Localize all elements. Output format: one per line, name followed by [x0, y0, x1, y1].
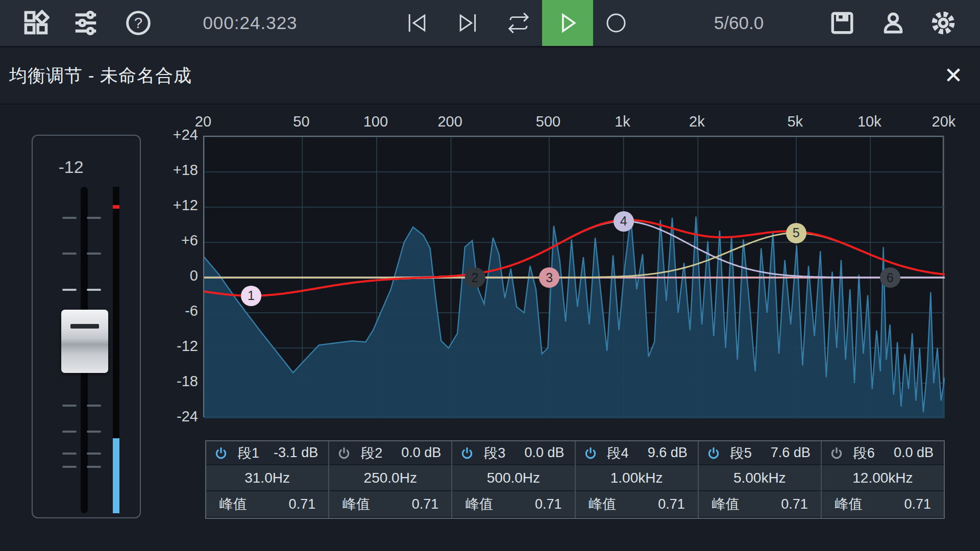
loop-icon[interactable] [503, 0, 534, 46]
db-tick-label: +12 [157, 197, 198, 214]
band-gain-value[interactable]: 0.0 dB [401, 445, 441, 461]
band-frequency-value[interactable]: 5.00kHz [699, 465, 821, 491]
band-panel-5: 段57.6 dB5.00kHz峰值0.71 [698, 441, 821, 518]
band-q-value[interactable]: 0.71 [904, 496, 931, 512]
band-q-value[interactable]: 0.71 [658, 496, 685, 512]
band-panel-2: 段20.0 dB250.0Hz峰值0.71 [328, 441, 451, 518]
band-power-icon[interactable] [707, 446, 720, 460]
band-q-value[interactable]: 0.71 [289, 496, 316, 512]
band-q-label: 峰值 [712, 495, 740, 513]
db-tick-label: 0 [157, 267, 198, 284]
band-power-icon[interactable] [830, 446, 843, 460]
skip-start-icon[interactable] [403, 0, 431, 46]
tempo-display[interactable]: 5/60.0 [694, 0, 783, 46]
fader-tick [62, 253, 77, 255]
fader-value-label: -12 [33, 157, 109, 177]
band-gain-value[interactable]: -3.1 dB [274, 445, 318, 461]
eq-band-handle-2[interactable]: 2 [465, 267, 485, 288]
band-peak-row: 峰值0.71 [452, 491, 574, 517]
band-header: 段57.6 dB [699, 441, 821, 465]
blocks-icon[interactable] [21, 0, 51, 46]
level-meter-peak [113, 205, 119, 209]
band-frequency-value[interactable]: 1.00kHz [576, 465, 698, 491]
band-name: 段4 [607, 444, 629, 462]
band-frequency-value[interactable]: 12.00kHz [822, 465, 944, 491]
close-icon[interactable]: ✕ [939, 61, 968, 89]
play-icon[interactable] [542, 0, 593, 46]
eq-plot-area[interactable]: 123456 [203, 136, 944, 417]
band-power-icon[interactable] [584, 446, 597, 460]
freq-tick-label: 500 [518, 113, 579, 130]
freq-tick-label: 50 [271, 113, 332, 130]
fader-tick [87, 466, 101, 468]
svg-text:?: ? [134, 15, 142, 31]
eq-band-handle-3[interactable]: 3 [539, 267, 559, 288]
fader-tick [62, 289, 77, 291]
band-header: 段60.0 dB [822, 441, 944, 465]
band-power-icon[interactable] [214, 446, 228, 460]
band-q-value[interactable]: 0.71 [412, 496, 439, 512]
band-gain-value[interactable]: 7.6 dB [771, 445, 811, 461]
band-q-value[interactable]: 0.71 [535, 496, 562, 512]
band-header: 段30.0 dB [452, 441, 574, 465]
band-peak-row: 峰值0.71 [822, 491, 944, 517]
band-header: 段20.0 dB [329, 441, 451, 465]
fader-tick [62, 431, 77, 433]
band-strip: 段1-3.1 dB31.0Hz峰值0.71段20.0 dB250.0Hz峰值0.… [205, 440, 945, 519]
eq-band-handle-1[interactable]: 1 [241, 286, 261, 306]
help-icon[interactable]: ? [124, 0, 153, 46]
band-name: 段2 [361, 444, 382, 462]
fader-handle[interactable] [61, 310, 108, 373]
band-peak-row: 峰值0.71 [576, 491, 698, 517]
level-meter-fill [113, 438, 119, 513]
db-tick-label: -12 [157, 338, 198, 355]
band-frequency-value[interactable]: 250.0Hz [329, 465, 451, 491]
db-tick-label: +18 [157, 162, 198, 179]
user-icon[interactable] [879, 0, 908, 46]
band-panel-6: 段60.0 dB12.00kHz峰值0.71 [821, 441, 944, 518]
plugin-titlebar: 均衡调节 - 未命名合成 ✕ [0, 46, 980, 105]
band-frequency-value[interactable]: 500.0Hz [452, 465, 574, 491]
fader-tick [87, 253, 101, 255]
db-tick-label: -24 [157, 408, 198, 425]
band-power-icon[interactable] [460, 446, 474, 460]
mixer-sliders-icon[interactable] [70, 0, 101, 46]
band-peak-row: 峰值0.71 [699, 491, 821, 517]
time-display[interactable]: 000:24.323 [168, 0, 332, 46]
band-panel-3: 段30.0 dB500.0Hz峰值0.71 [451, 441, 574, 518]
fader-tick [62, 453, 77, 455]
band-name: 段5 [730, 444, 752, 462]
band-q-value[interactable]: 0.71 [781, 496, 808, 512]
eq-band-handle-4[interactable]: 4 [614, 211, 634, 232]
fader-tick [62, 405, 77, 407]
db-tick-label: -6 [157, 303, 198, 319]
eq-band-handle-6[interactable]: 6 [880, 267, 900, 288]
band-q-label: 峰值 [465, 495, 493, 513]
skip-end-icon[interactable] [454, 0, 482, 46]
freq-tick-label: 1k [592, 113, 653, 130]
fader-tick [87, 431, 101, 433]
fader-tick [62, 217, 77, 219]
band-q-label: 峰值 [342, 495, 370, 513]
band-name: 段6 [853, 444, 875, 462]
band-panel-4: 段49.6 dB1.00kHz峰值0.71 [575, 441, 698, 518]
freq-tick-label: 100 [345, 113, 406, 130]
band-gain-value[interactable]: 9.6 dB [648, 445, 688, 461]
freq-tick-label: 200 [420, 113, 481, 130]
band-power-icon[interactable] [337, 446, 351, 460]
freq-tick-label: 20k [913, 113, 974, 130]
band-q-label: 峰值 [835, 495, 863, 513]
settings-icon[interactable] [929, 0, 958, 46]
band-frequency-value[interactable]: 31.0Hz [206, 465, 328, 491]
band-gain-value[interactable]: 0.0 dB [524, 445, 564, 461]
band-name: 段1 [238, 444, 259, 462]
fader-tick [87, 217, 101, 219]
fader-tick [62, 466, 77, 468]
toolbar: ? 000:24.323 5/60.0 [0, 0, 980, 46]
band-gain-value[interactable]: 0.0 dB [894, 445, 934, 461]
record-icon[interactable] [602, 0, 630, 46]
eq-band-handle-5[interactable]: 5 [786, 223, 806, 243]
volume-fader-panel: -12 [32, 135, 141, 518]
save-icon[interactable] [828, 0, 856, 46]
band-peak-row: 峰值0.71 [329, 491, 451, 517]
